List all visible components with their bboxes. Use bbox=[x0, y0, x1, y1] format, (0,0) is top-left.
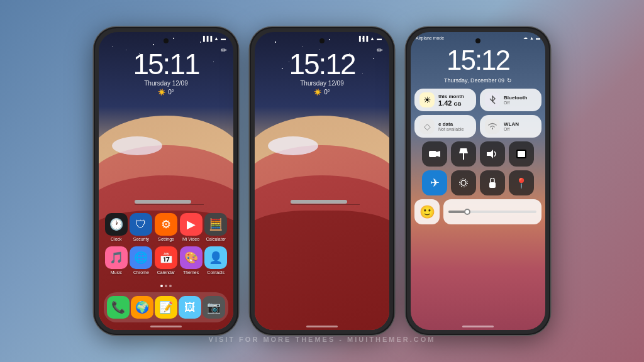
cc-refresh-icon[interactable]: ↻ bbox=[507, 77, 512, 84]
cc-wlan-text: WLAN Off bbox=[504, 121, 536, 131]
cc-location-btn[interactable]: 📍 bbox=[509, 170, 534, 195]
dot-2 bbox=[165, 285, 167, 287]
app-music[interactable]: 🎵 Music bbox=[104, 246, 128, 275]
cc-brightness-handle[interactable] bbox=[464, 209, 470, 215]
app-music-icon: 🎵 bbox=[105, 246, 128, 269]
train-track-2 bbox=[291, 204, 360, 205]
cc-smile-btn[interactable]: 🙂 bbox=[414, 199, 440, 224]
cc-data-title: this month bbox=[438, 94, 471, 99]
camera-notch-2 bbox=[319, 38, 325, 43]
cc-clock: 15:12 Thursday, December 09 ↻ bbox=[411, 45, 545, 84]
home-indicator-3[interactable] bbox=[462, 326, 494, 327]
app-clock[interactable]: 🕐 Clock bbox=[104, 213, 128, 241]
sun-icon-1: ☀️ bbox=[158, 89, 165, 96]
app-settings[interactable]: ⚙ Settings bbox=[154, 213, 178, 241]
dot-3 bbox=[169, 285, 172, 287]
cc-date-row: Thursday, December 09 ↻ bbox=[411, 77, 545, 84]
app-chrome[interactable]: 🌐 Chrome bbox=[129, 246, 153, 275]
home-indicator-1[interactable] bbox=[150, 326, 182, 327]
cc-battery-icon: ▬ bbox=[536, 36, 540, 40]
clock-1: 15:11 Thursday 12/09 ☀️ 0° bbox=[99, 50, 233, 96]
dock-camera[interactable]: 📷 bbox=[202, 296, 226, 319]
wifi-icon: ▲ bbox=[214, 36, 219, 41]
app-calendar-label: Calendar bbox=[157, 270, 175, 275]
cc-wlan-card[interactable]: WLAN Off bbox=[480, 115, 541, 138]
cc-bluetooth-status: Off bbox=[504, 101, 536, 105]
watermark: VISIT FOR MORE THEMES - MIUITHEMER.COM bbox=[209, 336, 436, 343]
app-security[interactable]: 🛡 Security bbox=[129, 213, 153, 241]
cc-wlan-title: WLAN bbox=[504, 121, 536, 127]
svg-marker-1 bbox=[436, 151, 440, 157]
app-mi-video[interactable]: ▶ Mi Video bbox=[179, 213, 203, 241]
phone-2-screen: ▐▐▐ ▲ ▬ ✏ 15:12 Thursday 12/09 ☀️ 0° bbox=[255, 32, 389, 330]
app-contacts-label: Contacts bbox=[207, 270, 225, 275]
app-clock-icon: 🕐 bbox=[105, 213, 128, 236]
cc-brightness-slider[interactable] bbox=[443, 199, 541, 224]
clock-time-2: 15:12 bbox=[255, 50, 389, 79]
phone-3: Airplane mode ☁ ▲ ▬ 15:12 Thursday, Dece… bbox=[406, 27, 550, 335]
dock-browser[interactable]: 🌍 bbox=[130, 296, 154, 319]
svg-rect-0 bbox=[429, 151, 436, 157]
svg-rect-8 bbox=[489, 182, 496, 188]
sun-icon-2: ☀️ bbox=[314, 89, 321, 96]
temp-2: 0° bbox=[324, 89, 330, 96]
clock-date-2: Thursday 12/09 bbox=[255, 80, 389, 87]
svg-point-6 bbox=[461, 180, 466, 185]
app-chrome-icon: 🌐 bbox=[130, 246, 152, 269]
clock-weather-1: ☀️ 0° bbox=[99, 89, 233, 96]
app-calendar[interactable]: 📅 Calendar bbox=[154, 246, 178, 275]
app-themes-label: Themes bbox=[183, 270, 199, 275]
train-2 bbox=[291, 200, 353, 205]
cc-airplane-btn[interactable]: ✈ bbox=[422, 170, 447, 195]
cc-edata-text: e data Not available bbox=[438, 121, 471, 131]
clock-time-1: 15:11 bbox=[99, 50, 233, 79]
app-security-icon: 🛡 bbox=[130, 213, 152, 236]
dock-camera-icon: 📷 bbox=[203, 296, 225, 319]
status-icons-2: ▐▐▐ ▲ ▬ bbox=[357, 36, 382, 41]
cc-data-text: this month 1.42 GB bbox=[438, 94, 471, 107]
app-themes[interactable]: 🎨 Themes bbox=[179, 246, 203, 275]
cc-lock-btn[interactable] bbox=[480, 170, 505, 195]
cc-brightness-btn[interactable] bbox=[451, 170, 476, 195]
svg-marker-3 bbox=[487, 150, 493, 158]
dock-phone[interactable]: 📞 bbox=[106, 296, 130, 319]
control-center-bg: Airplane mode ☁ ▲ ▬ 15:12 Thursday, Dece… bbox=[411, 32, 545, 330]
cc-edata-status: Not available bbox=[438, 127, 471, 131]
home-indicator-2[interactable] bbox=[306, 326, 338, 327]
cc-panels: ☀ this month 1.42 GB Blu bbox=[414, 89, 541, 228]
phone-1-screen: ▐▐▐ ▲ ▬ ✏ 15:11 Thursday 12/09 ☀️ 0° bbox=[99, 32, 233, 330]
cc-screen-btn[interactable] bbox=[509, 141, 534, 167]
edit-icon-1[interactable]: ✏ bbox=[221, 46, 227, 55]
dock-browser-icon: 🌍 bbox=[131, 296, 153, 319]
cc-video-btn[interactable] bbox=[422, 141, 447, 167]
dock-gallery[interactable]: 🖼 bbox=[178, 296, 202, 319]
dock-notes[interactable]: 📝 bbox=[154, 296, 178, 319]
app-mi-video-label: Mi Video bbox=[182, 237, 199, 241]
wallpaper-1: ▐▐▐ ▲ ▬ ✏ 15:11 Thursday 12/09 ☀️ 0° bbox=[99, 32, 233, 330]
dock-notes-icon: 📝 bbox=[155, 296, 177, 319]
cc-edata-icon: ◇ bbox=[419, 119, 435, 134]
phone-2: ▐▐▐ ▲ ▬ ✏ 15:12 Thursday 12/09 ☀️ 0° bbox=[250, 27, 394, 335]
app-row-1-2: 🎵 Music 🌐 Chrome 📅 Calendar 🎨 Themes bbox=[104, 246, 228, 275]
train-1 bbox=[135, 200, 197, 205]
cc-edata-card[interactable]: ◇ e data Not available bbox=[414, 115, 476, 138]
app-row-1-1: 🕐 Clock 🛡 Security ⚙ Settings ▶ Mi Video bbox=[104, 213, 228, 241]
svg-rect-5 bbox=[518, 151, 525, 157]
dot-1 bbox=[160, 285, 163, 287]
cc-torch-btn[interactable] bbox=[451, 141, 476, 167]
phone-1: ▐▐▐ ▲ ▬ ✏ 15:11 Thursday 12/09 ☀️ 0° bbox=[94, 27, 238, 335]
train-track-1 bbox=[135, 204, 204, 205]
cc-wifi-icon: ▲ bbox=[530, 36, 534, 40]
wifi-icon-2: ▲ bbox=[370, 36, 375, 41]
cc-data-card[interactable]: ☀ this month 1.42 GB bbox=[414, 89, 476, 111]
app-calculator[interactable]: 🧮 Calculator bbox=[204, 213, 228, 241]
edit-icon-2[interactable]: ✏ bbox=[377, 46, 383, 55]
cc-volume-btn[interactable] bbox=[480, 141, 505, 167]
app-contacts[interactable]: 👤 Contacts bbox=[204, 246, 228, 275]
cc-row-1: ☀ this month 1.42 GB Blu bbox=[414, 89, 541, 111]
cc-bluetooth-card[interactable]: Bluetooth Off bbox=[480, 89, 541, 111]
app-chrome-label: Chrome bbox=[133, 270, 149, 275]
status-icons-1: ▐▐▐ ▲ ▬ bbox=[201, 36, 226, 41]
app-clock-label: Clock bbox=[111, 237, 122, 241]
cc-icon-row-1 bbox=[414, 141, 541, 167]
